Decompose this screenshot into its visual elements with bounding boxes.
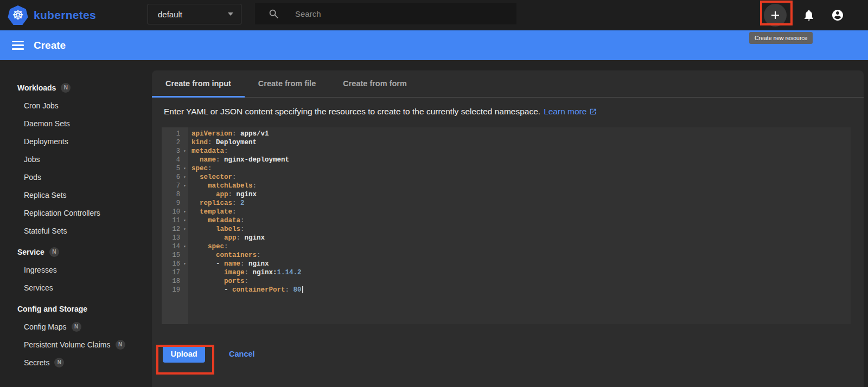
- top-header-bar: ☸ kubernetes default: [0, 0, 868, 30]
- tab-create-from-form[interactable]: Create from form: [329, 70, 420, 98]
- yaml-token: [192, 191, 216, 198]
- hamburger-icon: [12, 41, 24, 43]
- gutter-line: 15: [162, 251, 188, 260]
- yaml-token: :: [232, 130, 237, 138]
- yaml-token: [245, 260, 249, 268]
- yaml-token: :: [253, 182, 257, 190]
- sidebar-item-pods[interactable]: Pods: [0, 168, 152, 186]
- fold-toggle-icon[interactable]: ▾: [181, 182, 188, 190]
- editor-code-area[interactable]: apiVersion: apps/v1kind: Deploymentmetad…: [188, 127, 851, 324]
- fold-toggle-icon[interactable]: ▾: [181, 225, 188, 234]
- brand-wordmark: kubernetes: [34, 9, 96, 22]
- line-number: 14: [162, 243, 181, 250]
- account-circle-icon: [831, 8, 844, 22]
- yaml-token: :: [257, 251, 261, 259]
- fold-toggle-icon[interactable]: ▾: [181, 164, 188, 173]
- yaml-token: [192, 243, 208, 250]
- namespaced-badge: N: [49, 247, 59, 257]
- code-line: metadata:: [192, 216, 851, 225]
- fold-toggle-icon[interactable]: ▾: [181, 216, 188, 225]
- yaml-token: :: [224, 243, 228, 250]
- fold-toggle-icon[interactable]: ▾: [181, 147, 188, 156]
- sidebar-item-services[interactable]: Services: [0, 279, 152, 296]
- yaml-token: :: [240, 217, 245, 224]
- gutter-line: 17: [162, 268, 188, 277]
- yaml-token: name: [224, 260, 240, 268]
- yaml-token: containers: [216, 251, 257, 259]
- yaml-token: selector: [200, 173, 232, 181]
- code-line: - name: nginx: [192, 260, 851, 268]
- upload-button[interactable]: Upload: [163, 345, 205, 363]
- fold-toggle-icon[interactable]: ▾: [181, 242, 188, 251]
- gutter-line: 5▾: [162, 164, 188, 173]
- sidebar-item-ingresses[interactable]: Ingresses: [0, 261, 152, 279]
- yaml-editor[interactable]: 123▾45▾6▾7▾8910▾11▾12▾1314▾1516▾171819 a…: [162, 127, 851, 324]
- sidebar-item-config-maps[interactable]: Config MapsN: [0, 318, 152, 336]
- kubernetes-logo: ☸: [8, 5, 28, 25]
- fold-toggle-icon[interactable]: ▾: [181, 173, 188, 182]
- sidebar-item-deployments[interactable]: Deployments: [0, 132, 152, 150]
- sidebar-section-service[interactable]: ServiceN: [0, 243, 152, 261]
- sidebar-item-label: Services: [24, 283, 53, 292]
- sidebar-nav: WorkloadsNCron JobsDaemon SetsDeployment…: [0, 60, 152, 387]
- yaml-token: [289, 286, 293, 294]
- yaml-token: app: [216, 191, 228, 198]
- sidebar-item-jobs[interactable]: Jobs: [0, 150, 152, 168]
- search-input[interactable]: [295, 9, 480, 18]
- cancel-button[interactable]: Cancel: [229, 350, 255, 358]
- yaml-token: [237, 130, 241, 138]
- code-line: labels:: [192, 225, 851, 234]
- instructions-row: Enter YAML or JSON content specifying th…: [164, 107, 852, 117]
- code-line: ports:: [192, 277, 851, 286]
- fold-toggle-icon[interactable]: ▾: [181, 208, 188, 216]
- code-line: name: nginx-deployment: [192, 156, 851, 164]
- gutter-line: 11▾: [162, 216, 188, 225]
- sidebar-item-replication-controllers[interactable]: Replication Controllers: [0, 204, 152, 222]
- yaml-token: :: [224, 147, 228, 155]
- yaml-token: nginx: [245, 234, 265, 242]
- create-new-resource-tooltip: Create new resource: [749, 32, 813, 44]
- sidebar-section-label: Service: [17, 248, 44, 256]
- create-new-resource-button[interactable]: [764, 4, 787, 27]
- sidebar-item-label: Replica Sets: [24, 191, 67, 199]
- notifications-button[interactable]: [802, 9, 815, 22]
- gutter-line: 16▾: [162, 260, 188, 268]
- line-number: 18: [162, 278, 181, 285]
- yaml-token: -: [192, 286, 232, 294]
- code-line: spec:: [192, 164, 851, 173]
- yaml-token: nginx: [237, 191, 257, 198]
- sidebar-item-label: Pods: [24, 173, 41, 182]
- sidebar-item-label: Secrets: [24, 358, 49, 367]
- code-line: app: nginx: [192, 234, 851, 242]
- sidebar-item-cron-jobs[interactable]: Cron Jobs: [0, 96, 152, 114]
- gutter-line: 1: [162, 130, 188, 138]
- sidebar-item-persistent-volume-claims[interactable]: Persistent Volume ClaimsN: [0, 336, 152, 353]
- yaml-token: replicas: [200, 199, 232, 207]
- sidebar-item-stateful-sets[interactable]: Stateful Sets: [0, 222, 152, 240]
- sidebar-item-daemon-sets[interactable]: Daemon Sets: [0, 114, 152, 132]
- menu-button[interactable]: [12, 41, 24, 50]
- account-button[interactable]: [831, 9, 844, 22]
- sidebar-section-workloads[interactable]: WorkloadsN: [0, 79, 152, 96]
- line-number: 19: [162, 286, 181, 294]
- sidebar-item-replica-sets[interactable]: Replica Sets: [0, 186, 152, 204]
- tab-create-from-input[interactable]: Create from input: [152, 70, 245, 98]
- line-number: 5: [162, 165, 181, 172]
- code-line: - containerPort: 80: [192, 286, 851, 294]
- namespace-selector[interactable]: default: [148, 4, 241, 24]
- code-line: matchLabels:: [192, 182, 851, 190]
- sidebar-item-label: Jobs: [24, 155, 40, 164]
- line-number: 15: [162, 251, 181, 259]
- learn-more-link[interactable]: Learn more: [544, 107, 597, 117]
- sidebar-section-config-and-storage[interactable]: Config and Storage: [0, 300, 152, 318]
- yaml-token: 80: [293, 286, 302, 294]
- yaml-token: apiVersion: [192, 130, 232, 138]
- tab-create-from-file[interactable]: Create from file: [245, 70, 329, 98]
- fold-toggle-icon[interactable]: ▾: [181, 260, 188, 268]
- search-icon: [268, 8, 280, 20]
- namespaced-badge: N: [54, 358, 64, 367]
- tab-bar: Create from inputCreate from fileCreate …: [152, 70, 864, 98]
- gutter-line: 10▾: [162, 208, 188, 216]
- sidebar-item-secrets[interactable]: SecretsN: [0, 353, 152, 371]
- yaml-token: nginx:: [253, 269, 277, 276]
